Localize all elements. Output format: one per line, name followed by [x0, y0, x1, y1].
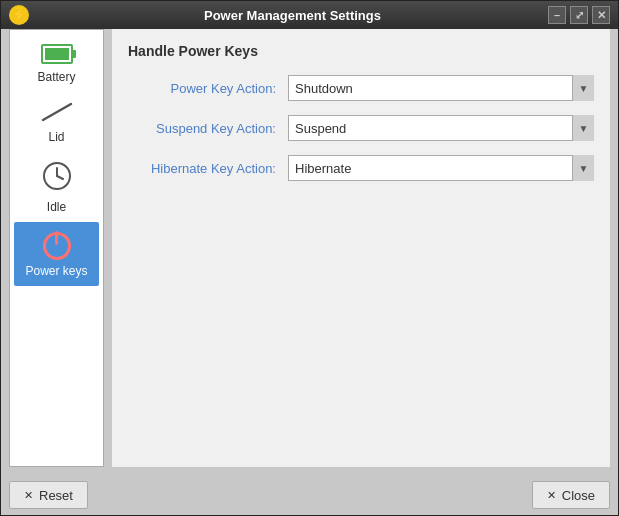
hibernate-key-label: Hibernate Key Action:: [128, 161, 288, 176]
restore-button[interactable]: ⤢: [570, 6, 588, 24]
power-key-select-wrapper: Do nothing Shutdown Suspend Hibernate As…: [288, 75, 594, 101]
section-title: Handle Power Keys: [128, 43, 594, 59]
idle-icon: [41, 160, 73, 196]
suspend-key-select-wrapper: Do nothing Shutdown Suspend Hibernate As…: [288, 115, 594, 141]
power-key-row: Power Key Action: Do nothing Shutdown Su…: [128, 75, 594, 101]
close-dialog-label: Close: [562, 488, 595, 503]
suspend-key-row: Suspend Key Action: Do nothing Shutdown …: [128, 115, 594, 141]
sidebar-item-lid-label: Lid: [48, 130, 64, 144]
sidebar-item-battery-label: Battery: [37, 70, 75, 84]
main-content: Battery Lid: [1, 29, 618, 475]
hibernate-key-select-wrapper: Do nothing Shutdown Suspend Hibernate As…: [288, 155, 594, 181]
svg-line-3: [57, 176, 63, 179]
window-controls: – ⤢ ✕: [548, 6, 610, 24]
battery-icon: [41, 44, 73, 66]
sidebar: Battery Lid: [9, 29, 104, 467]
sidebar-item-idle-label: Idle: [47, 200, 66, 214]
footer: ✕ Reset ✕ Close: [1, 475, 618, 515]
svg-line-0: [43, 104, 71, 120]
power-key-label: Power Key Action:: [128, 81, 288, 96]
minimize-button[interactable]: –: [548, 6, 566, 24]
hibernate-key-row: Hibernate Key Action: Do nothing Shutdow…: [128, 155, 594, 181]
close-dialog-button[interactable]: ✕ Close: [532, 481, 610, 509]
lid-icon: [41, 100, 73, 126]
window: Power Management Settings – ⤢ ✕ Battery: [0, 0, 619, 516]
close-dialog-icon: ✕: [547, 489, 556, 502]
reset-button[interactable]: ✕ Reset: [9, 481, 88, 509]
sidebar-item-power-keys[interactable]: Power keys: [14, 222, 99, 286]
content-area: Handle Power Keys Power Key Action: Do n…: [112, 29, 610, 467]
hibernate-key-select[interactable]: Do nothing Shutdown Suspend Hibernate As…: [288, 155, 594, 181]
app-icon: [9, 5, 29, 25]
sidebar-item-power-keys-label: Power keys: [25, 264, 87, 278]
reset-icon: ✕: [24, 489, 33, 502]
power-keys-icon: [41, 230, 73, 262]
sidebar-item-idle[interactable]: Idle: [14, 152, 99, 222]
suspend-key-select[interactable]: Do nothing Shutdown Suspend Hibernate As…: [288, 115, 594, 141]
sidebar-item-battery[interactable]: Battery: [14, 36, 99, 92]
power-key-select[interactable]: Do nothing Shutdown Suspend Hibernate As…: [288, 75, 594, 101]
suspend-key-label: Suspend Key Action:: [128, 121, 288, 136]
close-button[interactable]: ✕: [592, 6, 610, 24]
reset-label: Reset: [39, 488, 73, 503]
titlebar: Power Management Settings – ⤢ ✕: [1, 1, 618, 29]
window-title: Power Management Settings: [37, 8, 548, 23]
sidebar-item-lid[interactable]: Lid: [14, 92, 99, 152]
